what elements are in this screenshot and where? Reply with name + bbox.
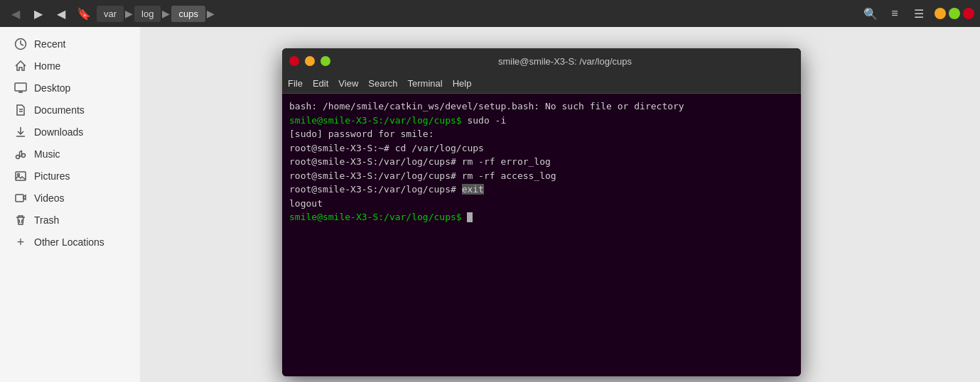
sidebar-item-recent[interactable]: Recent: [3, 33, 137, 55]
terminal-minimize-button[interactable]: [305, 56, 315, 66]
sidebar-label-other-locations: Other Locations: [34, 236, 104, 248]
breadcrumb-sep-2: ▶: [161, 8, 171, 19]
trash-icon: [14, 214, 27, 227]
download-icon: [14, 126, 27, 138]
sidebar-item-home[interactable]: Home: [3, 55, 137, 77]
terminal-menu-view[interactable]: View: [338, 78, 358, 89]
terminal-menu-help[interactable]: Help: [453, 78, 472, 89]
desktop-icon: [14, 82, 27, 94]
terminal-menu-file[interactable]: File: [288, 78, 303, 89]
add-icon: +: [14, 236, 27, 249]
sidebar-item-videos[interactable]: Videos: [3, 187, 137, 209]
terminal-line-7: root@smile-X3-S:/var/log/cups# exit: [289, 182, 794, 197]
terminal-line-5: root@smile-X3-S:/var/log/cups# rm -rf er…: [289, 155, 794, 169]
sidebar-item-documents[interactable]: Documents: [3, 99, 137, 121]
breadcrumb-log[interactable]: log: [134, 6, 161, 22]
svg-line-19: [22, 219, 23, 223]
up-button[interactable]: ◀: [51, 4, 71, 23]
sidebar-label-home: Home: [34, 60, 60, 72]
terminal-line-1: bash: /home/smile/catkin_ws/devel/setup.…: [289, 99, 794, 114]
terminal-title: smile@smile-X3-S: /var/log/cups: [336, 56, 794, 67]
search-button[interactable]: 🔍: [861, 4, 881, 23]
clock-icon: [14, 38, 27, 50]
forward-button[interactable]: ▶: [28, 4, 48, 23]
breadcrumb-var[interactable]: var: [97, 6, 124, 22]
terminal-menu-terminal[interactable]: Terminal: [408, 78, 443, 89]
top-bar: ◀ ▶ ◀ 🔖 var ▶ log ▶ cups ▶ 🔍 ≡ ☰: [0, 0, 980, 27]
close-button[interactable]: [963, 8, 974, 19]
svg-rect-3: [15, 83, 26, 91]
terminal-line-8: logout: [289, 197, 794, 211]
svg-line-2: [21, 44, 23, 45]
sidebar-label-documents: Documents: [34, 104, 85, 116]
sidebar-label-trash: Trash: [34, 214, 59, 226]
main-layout: Recent Home Desktop: [0, 27, 980, 382]
sidebar: Recent Home Desktop: [0, 27, 140, 382]
terminal-line-9: smile@smile-X3-S:/var/log/cups$: [289, 210, 794, 224]
terminal-line-3: [sudo] password for smile:: [289, 127, 794, 141]
terminal-line-2: smile@smile-X3-S:/var/log/cups$ sudo -i: [289, 114, 794, 128]
maximize-button[interactable]: [949, 8, 960, 19]
terminal-maximize-button[interactable]: [321, 56, 330, 66]
terminal-menubar: File Edit View Search Terminal Help: [282, 74, 801, 94]
breadcrumb-sep-1: ▶: [124, 8, 134, 19]
terminal-menu-edit[interactable]: Edit: [313, 78, 328, 89]
sidebar-item-other-locations[interactable]: + Other Locations: [3, 231, 137, 253]
terminal-window: smile@smile-X3-S: /var/log/cups File Edi…: [282, 48, 801, 376]
menu-button[interactable]: ☰: [909, 4, 929, 23]
svg-rect-17: [16, 195, 23, 202]
sidebar-item-downloads[interactable]: Downloads: [3, 121, 137, 143]
sidebar-label-pictures: Pictures: [34, 170, 70, 182]
minimize-button[interactable]: [935, 8, 946, 19]
sidebar-label-downloads: Downloads: [34, 126, 83, 138]
toolbar-actions: 🔍 ≡ ☰: [861, 4, 929, 23]
terminal-close-button[interactable]: [289, 56, 299, 66]
sidebar-label-music: Music: [34, 148, 60, 160]
sidebar-label-videos: Videos: [34, 192, 65, 204]
back-button[interactable]: ◀: [6, 4, 26, 23]
svg-line-18: [19, 219, 20, 223]
sidebar-item-pictures[interactable]: Pictures: [3, 165, 137, 187]
window-controls: [935, 8, 974, 19]
sidebar-item-desktop[interactable]: Desktop: [3, 77, 137, 99]
terminal-cursor: [467, 212, 473, 222]
video-icon: [14, 192, 27, 204]
content-area: smile@smile-X3-S: /var/log/cups File Edi…: [140, 27, 980, 382]
breadcrumb: var ▶ log ▶ cups ▶: [97, 6, 858, 22]
breadcrumb-cups[interactable]: cups: [171, 6, 205, 22]
music-icon: [14, 148, 27, 160]
sidebar-item-trash[interactable]: Trash: [3, 209, 137, 231]
home-icon: [14, 60, 27, 72]
sidebar-label-desktop: Desktop: [34, 82, 70, 94]
picture-icon: [14, 170, 27, 182]
sidebar-label-recent: Recent: [34, 38, 65, 50]
terminal-body[interactable]: bash: /home/smile/catkin_ws/devel/setup.…: [282, 94, 801, 376]
view-toggle-button[interactable]: ≡: [885, 4, 905, 23]
terminal-menu-search[interactable]: Search: [368, 78, 397, 89]
breadcrumb-sep-3: ▶: [205, 8, 216, 19]
sidebar-item-music[interactable]: Music: [3, 143, 137, 165]
document-icon: [14, 104, 27, 116]
bookmark-button[interactable]: 🔖: [74, 4, 94, 23]
terminal-line-4: root@smile-X3-S:~# cd /var/log/cups: [289, 141, 794, 155]
terminal-titlebar: smile@smile-X3-S: /var/log/cups: [282, 48, 801, 74]
terminal-line-6: root@smile-X3-S:/var/log/cups# rm -rf ac…: [289, 169, 794, 183]
